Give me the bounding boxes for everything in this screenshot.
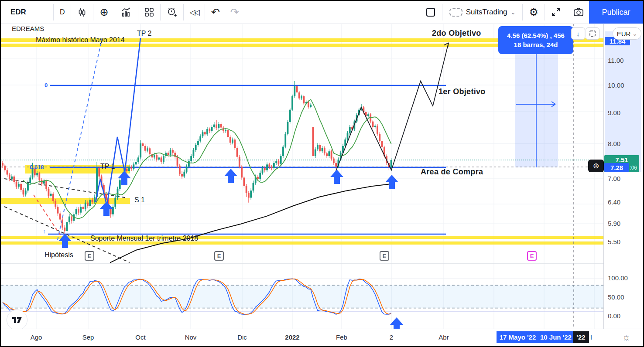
layout-grid-icon[interactable] <box>139 4 159 20</box>
toolbar-separator <box>138 4 138 20</box>
add-alert-plus-icon[interactable]: ⊕ <box>588 160 604 172</box>
time-tick: Sep <box>82 333 94 341</box>
label-soporte-mensual[interactable]: Soporte Mensual 1er trimetre 2018 <box>90 235 198 242</box>
toolbar-separator <box>183 4 184 20</box>
time-tick: Nov <box>185 333 197 341</box>
label-hipotesis[interactable]: Hipótesis <box>45 251 73 259</box>
time-tick: 2022 <box>285 333 299 341</box>
label-fib-0618[interactable]: 0.618 <box>30 164 44 170</box>
time-tick: Ago <box>31 333 42 341</box>
toolbar-separator <box>115 4 115 20</box>
settings-gear-icon[interactable]: ⚙ <box>524 4 544 20</box>
toolbar-separator <box>71 4 71 20</box>
time-tick: Dic <box>237 333 247 341</box>
label-maximo-historico[interactable]: Máximo histórico Mayo 2014 <box>36 36 125 44</box>
buy-arrow-marker[interactable] <box>224 169 237 183</box>
symbol-watermark-label: EDREAMS <box>12 25 44 32</box>
buy-arrow-marker[interactable] <box>58 234 72 248</box>
earnings-marker[interactable]: E <box>85 251 94 261</box>
indicator-tick: 100.00 <box>608 274 628 282</box>
blue-dashed[interactable] <box>58 38 102 240</box>
toolbar-separator <box>205 4 205 20</box>
measure-range-band[interactable] <box>515 54 558 167</box>
label-2do-objetivo[interactable]: 2do Objetivo <box>432 29 481 38</box>
indicator-tick: 0.00 <box>608 312 620 320</box>
earnings-marker[interactable]: E <box>380 251 389 261</box>
redo-icon[interactable]: ↷ <box>225 4 244 20</box>
undo-icon[interactable]: ↶ <box>206 4 225 20</box>
time-tick: Abr <box>438 333 449 341</box>
time-tick: 2 <box>390 333 393 341</box>
tradingview-logo[interactable] <box>7 310 27 330</box>
price-tick: 8.00 <box>608 139 620 147</box>
label-s1[interactable]: S 1 <box>134 196 145 204</box>
toolbar-separator <box>53 4 54 20</box>
time-tick: Oct <box>135 333 145 341</box>
account-name: SuitsTrading <box>466 8 507 17</box>
bar-countdown: :06 <box>630 165 637 171</box>
earnings-marker[interactable]: E <box>527 251 537 261</box>
time-axis[interactable]: AgoSepOctNovDic2022Feb2Abrl 17 Mayo '221… <box>1 329 643 346</box>
compare-add-icon[interactable]: ⊕ <box>94 4 113 20</box>
price-scale[interactable]: 11.0010.009.008.007.006.405.905.50100.00… <box>603 24 644 329</box>
indicators-icon[interactable] <box>116 4 137 20</box>
measurement-tooltip[interactable]: 4.56 (62.54%) , 456 18 barras, 24d <box>498 26 573 54</box>
label-tp1[interactable]: TP 1 <box>100 163 115 170</box>
time-tick: Feb <box>336 333 347 341</box>
replay-icon[interactable]: ◁◁ <box>185 4 204 20</box>
date-range-label: '22 <box>573 331 589 343</box>
alert-add-icon[interactable] <box>161 4 182 20</box>
chevron-down-icon: ⌄ <box>632 31 637 37</box>
price-tick: 10.00 <box>608 82 624 89</box>
earnings-marker[interactable]: E <box>214 251 224 261</box>
fullscreen-icon[interactable] <box>546 4 566 20</box>
top-toolbar: EDR D ⊕ ◁◁ ↶ ↷ <box>1 1 643 24</box>
date-range-label: 10 Jun '22 <box>539 331 573 343</box>
candlestick-style-icon[interactable] <box>72 4 92 20</box>
price-tick: 5.90 <box>608 219 620 227</box>
theme-sun-icon[interactable]: ☼ <box>622 332 631 343</box>
measurement-line2: 18 barras, 24d <box>514 40 558 49</box>
toolbar-separator <box>160 4 161 20</box>
price-tick: 7.00 <box>608 175 620 182</box>
label-1er-objetivo[interactable]: 1er Objetivo <box>438 87 486 96</box>
price-tick: 11.00 <box>608 56 623 64</box>
currency-selector[interactable]: EUR⌄ <box>613 27 641 40</box>
scroll-to-recent-icon[interactable]: ↓ <box>571 27 585 40</box>
account-menu[interactable]: SuitsTrading ⌄ <box>443 8 522 17</box>
price-tick: 6.40 <box>608 198 620 205</box>
label-area-de-compra[interactable]: Area de Compra <box>421 167 483 177</box>
restore-view-icon[interactable] <box>586 27 599 40</box>
price-tick: 9.00 <box>608 109 620 116</box>
toolbar-separator <box>442 4 442 20</box>
watchlist-panel-icon[interactable] <box>420 4 441 20</box>
band-s1[interactable] <box>1 198 130 204</box>
label-fib-0[interactable]: 0 <box>45 82 48 88</box>
black-projection-zigzag[interactable] <box>336 43 449 171</box>
toolbar-separator <box>567 4 567 20</box>
symbol-button[interactable]: EDR <box>1 4 52 20</box>
tradingview-window: EDR D ⊕ ◁◁ ↶ ↷ <box>0 0 644 347</box>
toolbar-separator <box>545 4 545 20</box>
measurement-line1: 4.56 (62.54%) , 456 <box>507 31 565 40</box>
buy-arrow-marker[interactable] <box>385 175 398 189</box>
publish-button[interactable]: Publicar <box>589 1 643 24</box>
time-tick: l <box>590 333 592 341</box>
toolbar-separator <box>522 4 523 20</box>
chevron-down-icon: ⌄ <box>511 9 516 16</box>
cloud-sync-icon <box>449 8 462 17</box>
price-scale-selection <box>605 31 641 172</box>
toolbar-separator <box>93 4 93 20</box>
price-tick: 5.50 <box>608 238 620 245</box>
level-price-label: 7.28 <box>604 163 629 172</box>
interval-button[interactable]: D <box>55 4 70 20</box>
snapshot-camera-icon[interactable] <box>568 4 589 20</box>
date-range-label: 17 Mayo '22 <box>497 331 539 343</box>
indicator-tick: 50.00 <box>608 293 624 300</box>
label-tp2[interactable]: TP 2 <box>137 30 152 37</box>
label-up-glyph[interactable]: ↑ <box>43 228 46 235</box>
